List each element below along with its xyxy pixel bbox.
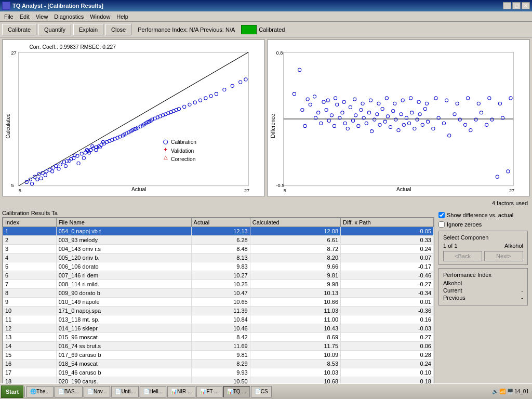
svg-text:Validation: Validation <box>171 148 194 154</box>
table-row[interactable]: 11 013_118 mt. sp. 10.84 11.00 0.16 <box>3 315 434 324</box>
diff-y-label: Difference <box>270 114 276 138</box>
taskbar-item-1[interactable]: 📄 BAS... <box>55 386 83 397</box>
cell-diff: -0.27 <box>341 280 434 289</box>
table-row[interactable]: 17 019_46 caruso b 9.93 10.03 0.10 <box>3 368 434 377</box>
cell-diff: -0.36 <box>341 307 434 315</box>
cell-filename: 016_74 ss brut.s <box>56 342 191 351</box>
table-row[interactable]: 9 010_149 napole 10.65 10.66 0.01 <box>3 298 434 307</box>
perf-previous-value: - <box>521 295 523 301</box>
cell-actual: 10.65 <box>191 298 250 307</box>
cell-calculated: 8.20 <box>250 254 340 262</box>
taskbar-item-7[interactable]: 📊 TQ ... <box>223 386 250 397</box>
start-button[interactable]: Start <box>1 385 23 398</box>
taskbar-item-8[interactable]: 📄 CS <box>251 386 272 397</box>
taskbar-item-5[interactable]: 📊 NIR ... <box>167 386 195 397</box>
table-row[interactable]: 6 007_146 ri dem 10.27 9.81 -0.46 <box>3 271 434 280</box>
cell-calculated: 9.81 <box>250 271 340 280</box>
menu-file[interactable]: File <box>1 12 17 21</box>
table-row[interactable]: 4 005_120 omv b. 8.13 8.20 0.07 <box>3 254 434 262</box>
cell-actual: 9.81 <box>191 351 250 360</box>
taskbar-item-6[interactable]: 📊 FT-... <box>196 386 222 397</box>
menu-view[interactable]: View <box>33 12 51 21</box>
calibrated-indicator <box>241 25 257 34</box>
data-table-wrapper[interactable]: Index File Name Actual Calculated Diff. … <box>2 217 434 395</box>
table-row[interactable]: 10 171_0 napoj.spa 11.39 11.03 -0.36 <box>3 307 434 315</box>
taskbar-item-3[interactable]: 📄 Unti... <box>111 386 138 397</box>
nav-buttons: <Back Next> <box>443 251 523 261</box>
diff-y-min: -0.5 <box>276 183 284 188</box>
cell-diff: -0.34 <box>341 289 434 298</box>
calibration-svg: Corr. Coeff.: 0.99837 RMSEC: 0.227 Calcu… <box>3 40 264 196</box>
table-row[interactable]: 1 054_0 napoj vb t 12.13 12.08 -0.05 <box>3 227 434 236</box>
taskbar-item-0[interactable]: 🌐 The... <box>26 386 54 397</box>
cell-calculated: 12.08 <box>250 227 340 236</box>
menu-diagnostics[interactable]: Diagnostics <box>51 12 87 21</box>
cell-diff: -0.17 <box>341 262 434 271</box>
cell-calculated: 10.09 <box>250 351 340 360</box>
table-title: Calibration Results Ta <box>2 210 434 216</box>
close-button[interactable]: Close <box>105 24 131 35</box>
calibrate-button[interactable]: Calibrate <box>2 24 36 35</box>
cell-diff: 0.07 <box>341 254 434 262</box>
cell-index: 2 <box>3 236 57 245</box>
component-name: Alkohol <box>504 243 523 249</box>
table-row[interactable]: 15 017_69 caruso b 9.81 10.09 0.28 <box>3 351 434 360</box>
taskbar-item-2[interactable]: 📄 Nov... <box>84 386 110 397</box>
cell-filename: 017_69 caruso b <box>56 351 191 360</box>
explain-button[interactable]: Explain <box>73 24 103 35</box>
table-row[interactable]: 12 014_116 sklepr 10.46 10.43 -0.03 <box>3 324 434 333</box>
quantify-button[interactable]: Quantify <box>38 24 71 35</box>
cell-index: 4 <box>3 254 57 262</box>
table-row[interactable]: 16 018_54 moscat 8.29 8.53 0.24 <box>3 360 434 368</box>
table-row[interactable]: 13 015_96 moscat 8.42 8.69 0.27 <box>3 333 434 342</box>
tray-icons: 🔊 📶 🖥️ <box>492 389 514 394</box>
table-row[interactable]: 8 009_90 dorato b 10.47 10.13 -0.34 <box>3 289 434 298</box>
menu-window[interactable]: Window <box>87 12 113 21</box>
table-row[interactable]: 7 008_114 ri mild. 10.25 9.98 -0.27 <box>3 280 434 289</box>
cell-actual: 12.13 <box>191 227 250 236</box>
cell-diff: -0.03 <box>341 324 434 333</box>
cell-index: 12 <box>3 324 57 333</box>
taskbar-item-4[interactable]: 📄 Hell... <box>140 386 167 397</box>
cell-calculated: 10.03 <box>250 368 340 377</box>
cell-actual: 8.13 <box>191 254 250 262</box>
restore-button[interactable]: ◻ <box>512 2 521 9</box>
show-difference-checkbox[interactable] <box>438 212 445 218</box>
table-row[interactable]: 2 003_93 melody. 6.28 6.61 0.33 <box>3 236 434 245</box>
table-row[interactable]: 14 016_74 ss brut.s 11.69 11.75 0.06 <box>3 342 434 351</box>
ignore-zeroes-checkbox[interactable] <box>438 221 445 228</box>
svg-text:△: △ <box>164 154 168 160</box>
cell-filename: 003_93 melody. <box>56 236 191 245</box>
table-area: Calibration Results Ta Index File Name A… <box>2 210 434 395</box>
table-row[interactable]: 5 006_106 dorato 9.83 9.66 -0.17 <box>3 262 434 271</box>
cell-calculated: 8.69 <box>250 333 340 342</box>
table-row[interactable]: 3 004_143 omv r.s 8.48 8.72 0.24 <box>3 245 434 254</box>
back-button[interactable]: <Back <box>443 251 482 261</box>
cell-calculated: 10.13 <box>250 289 340 298</box>
cell-index: 8 <box>3 289 57 298</box>
menu-help[interactable]: Help <box>113 12 131 21</box>
y-min-label: 5 <box>11 183 14 188</box>
tray-time: 14_01 <box>514 389 529 394</box>
menu-edit[interactable]: Edit <box>17 12 33 21</box>
perf-name-row: Alkohol <box>443 280 523 286</box>
difference-chart: Difference Actual -0.5 0.8 5 27 <box>267 39 530 196</box>
cell-filename: 007_146 ri dem <box>56 271 191 280</box>
next-button[interactable]: Next> <box>484 251 523 261</box>
col-calculated: Calculated <box>250 218 340 227</box>
cell-index: 14 <box>3 342 57 351</box>
cell-actual: 10.47 <box>191 289 250 298</box>
perf-current-row: Current - <box>443 287 523 294</box>
minimize-button[interactable]: _ <box>503 2 511 9</box>
cell-index: 9 <box>3 298 57 307</box>
app-icon <box>2 2 10 10</box>
x-max-label: 27 <box>244 188 249 193</box>
cell-actual: 8.29 <box>191 360 250 368</box>
perf-current-value: - <box>521 287 523 294</box>
cell-filename: 009_90 dorato b <box>56 289 191 298</box>
close-button[interactable]: ✕ <box>522 2 530 9</box>
calibrated-badge: Calibrated <box>241 25 285 34</box>
cell-index: 1 <box>3 227 57 236</box>
calibration-chart: Corr. Coeff.: 0.99837 RMSEC: 0.227 Calcu… <box>2 39 265 196</box>
title-bar: TQ Analyst - [Calibration Results] _ ◻ ✕ <box>0 0 532 11</box>
